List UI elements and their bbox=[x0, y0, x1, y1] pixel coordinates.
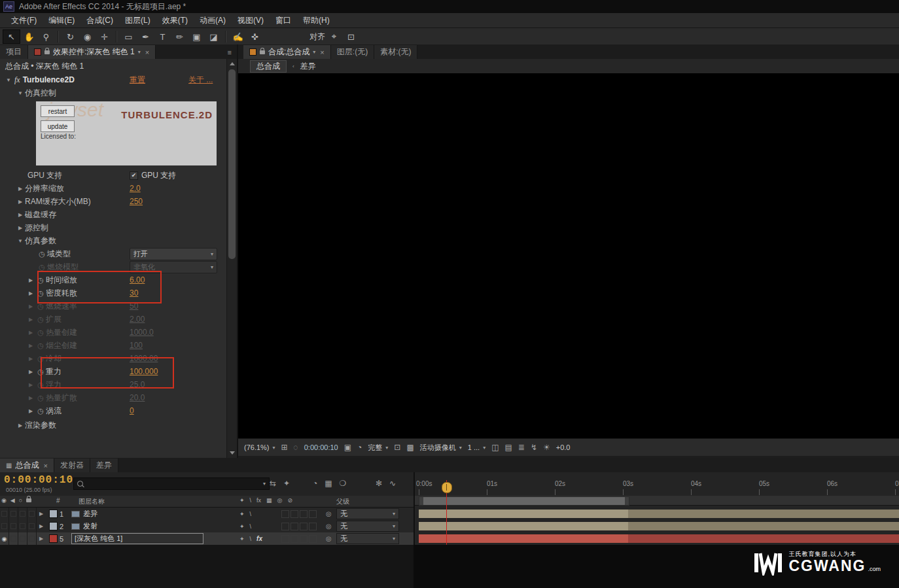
layer-switches[interactable]: ✦\ fx bbox=[239, 535, 262, 542]
switch-boxes[interactable] bbox=[281, 510, 317, 518]
layer-name[interactable]: [深灰色 纯色 1] bbox=[75, 534, 122, 544]
layer-row-1[interactable]: ▶ 1 差异 ✦\ ◎ 无 ▾ bbox=[0, 508, 414, 521]
frame-blend-icon[interactable]: ▦ bbox=[325, 479, 332, 488]
layer-duration-bar-5[interactable] bbox=[419, 534, 899, 543]
tab-project[interactable]: 项目 bbox=[0, 45, 28, 59]
chevron-down-icon[interactable]: ▾ bbox=[138, 49, 141, 55]
clone-stamp-tool-icon[interactable]: ▣ bbox=[188, 30, 205, 43]
lock-toggle[interactable] bbox=[27, 532, 37, 545]
param-value[interactable]: 6.00 bbox=[130, 275, 145, 285]
solo-toggle[interactable] bbox=[18, 532, 27, 545]
pick-whip-icon[interactable]: ◎ bbox=[326, 523, 332, 530]
eraser-tool-icon[interactable]: ◪ bbox=[205, 30, 222, 43]
rotation-tool-icon[interactable]: ↻ bbox=[62, 30, 79, 43]
tab-effect-controls[interactable]: 效果控件:深灰色 纯色 1 ▾ × bbox=[28, 45, 156, 59]
parent-select[interactable]: 无 ▾ bbox=[336, 521, 399, 532]
menu-composition[interactable]: 合成(C) bbox=[80, 14, 119, 27]
exposure-value[interactable]: +0.0 bbox=[556, 443, 571, 451]
search-input[interactable] bbox=[86, 479, 260, 489]
text-tool-icon[interactable]: T bbox=[154, 30, 171, 43]
effect-name[interactable]: Turbulence2D bbox=[23, 75, 75, 84]
scroll-up-icon[interactable] bbox=[230, 62, 235, 65]
tab-composition[interactable]: 合成:总合成 ▾ × bbox=[243, 45, 331, 59]
about-effect-button[interactable]: 关于 ... bbox=[188, 75, 213, 86]
hand-tool-icon[interactable]: ✋ bbox=[21, 30, 37, 43]
menu-window[interactable]: 窗口 bbox=[270, 14, 297, 27]
twirl-closed-icon[interactable]: ▶ bbox=[26, 369, 35, 375]
view-layout-select[interactable]: 1 ... ▾ bbox=[468, 443, 485, 451]
update-button[interactable]: update bbox=[41, 120, 75, 132]
twirl-closed-icon[interactable]: ▶ bbox=[37, 511, 46, 517]
twirl-closed-icon[interactable]: ▶ bbox=[16, 225, 25, 231]
audio-toggle[interactable] bbox=[9, 520, 18, 532]
tracker-icon[interactable]: ⌖ bbox=[326, 30, 342, 43]
label-color-chip[interactable] bbox=[49, 510, 58, 518]
param-value[interactable]: 250 bbox=[130, 197, 143, 206]
eye-icon[interactable]: ◉ bbox=[2, 536, 7, 542]
live-update-icon[interactable]: ⇆ bbox=[270, 479, 276, 488]
parent-select[interactable]: 无 ▾ bbox=[336, 508, 399, 519]
close-tab-icon[interactable]: × bbox=[145, 48, 149, 56]
layer-duration-bar-2[interactable] bbox=[419, 522, 899, 530]
checkbox-check-icon[interactable]: ✔ bbox=[130, 171, 138, 180]
unified-camera-tool-icon[interactable]: ◉ bbox=[79, 30, 96, 43]
layer-switches[interactable]: ✦\ bbox=[239, 511, 251, 517]
timeline-search[interactable]: ▾ bbox=[73, 477, 270, 490]
audio-toggle[interactable] bbox=[9, 532, 18, 545]
layer-row-2[interactable]: ▶ 2 发射 ✦\ ◎ 无 ▾ bbox=[0, 520, 414, 533]
mask-path-visibility-icon[interactable]: ◌ bbox=[294, 443, 298, 452]
solo-toggle[interactable] bbox=[18, 520, 27, 532]
param-value[interactable]: 30 bbox=[130, 288, 138, 298]
audio-toggle[interactable] bbox=[9, 508, 18, 520]
tab-comp-main[interactable]: ▦ 总合成 × bbox=[0, 458, 54, 472]
hide-shy-icon[interactable]: ◔ bbox=[313, 479, 317, 488]
layer-duration-bar-1[interactable] bbox=[419, 510, 899, 518]
eye-toggle[interactable] bbox=[0, 520, 9, 532]
twirl-open-icon[interactable]: ▼ bbox=[16, 90, 25, 96]
composition-viewport[interactable] bbox=[238, 73, 899, 438]
menu-animation[interactable]: 动画(A) bbox=[194, 14, 232, 27]
zoom-tool-icon[interactable]: ⚲ bbox=[38, 30, 54, 43]
fast-preview-icon[interactable]: ↯ bbox=[531, 443, 537, 452]
tab-difference[interactable]: 差异 bbox=[90, 458, 118, 472]
eye-toggle[interactable]: ◉ bbox=[0, 532, 9, 545]
snapshot-icon[interactable]: ▣ bbox=[344, 443, 351, 452]
layer-name-column-header[interactable]: 图层名称 bbox=[79, 497, 105, 506]
restart-button[interactable]: restart bbox=[41, 105, 75, 117]
close-tab-icon[interactable]: × bbox=[320, 48, 324, 56]
effect-panel-scrollbar[interactable] bbox=[226, 59, 237, 458]
draft-3d-icon[interactable]: ✦ bbox=[283, 479, 290, 488]
puppet-pin-tool-icon[interactable]: ✜ bbox=[247, 30, 263, 43]
layer-name[interactable]: 发射 bbox=[83, 521, 97, 531]
pan-behind-tool-icon[interactable]: ✛ bbox=[96, 30, 113, 43]
transparency-grid-icon[interactable]: ▩ bbox=[406, 443, 414, 452]
twirl-open-icon[interactable]: ▼ bbox=[16, 238, 25, 244]
resolution-select[interactable]: 完整 ▾ bbox=[368, 443, 388, 453]
pixel-aspect-icon[interactable]: ◫ bbox=[491, 443, 499, 452]
twirl-closed-icon[interactable]: ▶ bbox=[16, 186, 25, 192]
lock-toggle[interactable] bbox=[27, 508, 37, 520]
param-value[interactable]: 2.0 bbox=[130, 184, 141, 193]
param-value[interactable]: 0 bbox=[130, 406, 134, 415]
layer-switches[interactable]: ✦\ bbox=[239, 523, 251, 530]
gpu-checkbox[interactable]: ✔ GPU 支持 bbox=[130, 170, 176, 181]
parent-select[interactable]: 无 ▾ bbox=[336, 533, 399, 544]
reset-effect-button[interactable]: 重置 bbox=[130, 75, 145, 86]
menu-edit[interactable]: 编辑(E) bbox=[43, 14, 80, 27]
show-channel-icon[interactable]: ◔ bbox=[357, 443, 362, 452]
region-of-interest-icon[interactable]: ⊡ bbox=[394, 443, 400, 452]
current-time-indicator[interactable] bbox=[442, 482, 452, 493]
domain-type-select[interactable]: 打开 ▾ bbox=[130, 248, 217, 260]
twirl-closed-icon[interactable]: ▶ bbox=[26, 277, 35, 283]
scroll-down-icon[interactable] bbox=[230, 451, 235, 455]
twirl-closed-icon[interactable]: ▶ bbox=[16, 212, 25, 218]
stopwatch-icon[interactable]: ◷ bbox=[35, 407, 46, 415]
brush-tool-icon[interactable]: ✏ bbox=[171, 30, 188, 43]
fx-badge-icon[interactable]: fx bbox=[256, 535, 262, 542]
graph-editor-icon[interactable]: ∿ bbox=[389, 479, 396, 488]
stopwatch-icon[interactable]: ◷ bbox=[37, 250, 47, 258]
layer-name[interactable]: 差异 bbox=[83, 509, 97, 519]
switch-boxes[interactable] bbox=[281, 535, 317, 543]
menu-view[interactable]: 视图(V) bbox=[232, 14, 270, 27]
twirl-closed-icon[interactable]: ▶ bbox=[16, 423, 25, 428]
